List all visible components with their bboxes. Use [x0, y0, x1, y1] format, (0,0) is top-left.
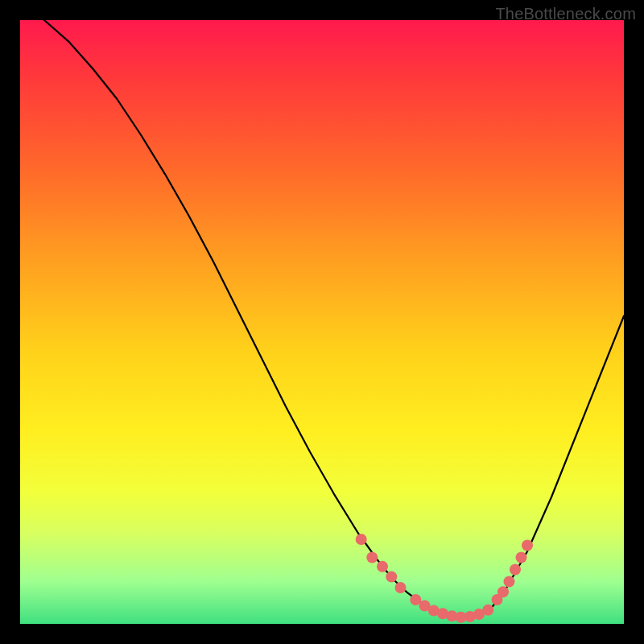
marker-dot: [504, 576, 515, 588]
curve-layer: [20, 2, 624, 617]
marker-dot: [522, 540, 533, 551]
marker-dot: [482, 605, 493, 616]
marker-dot: [510, 564, 521, 576]
marker-dot: [497, 586, 509, 597]
watermark-text: TheBottleneck.com: [495, 5, 636, 23]
marker-layer: [356, 534, 533, 623]
marker-dot: [356, 534, 367, 545]
bottleneck-curve: [20, 2, 624, 617]
marker-dot: [386, 572, 397, 583]
marker-dot: [366, 552, 378, 564]
marker-dot: [516, 552, 527, 564]
marker-dot: [377, 561, 388, 572]
chart-svg: [0, 0, 644, 644]
marker-dot: [395, 582, 407, 593]
